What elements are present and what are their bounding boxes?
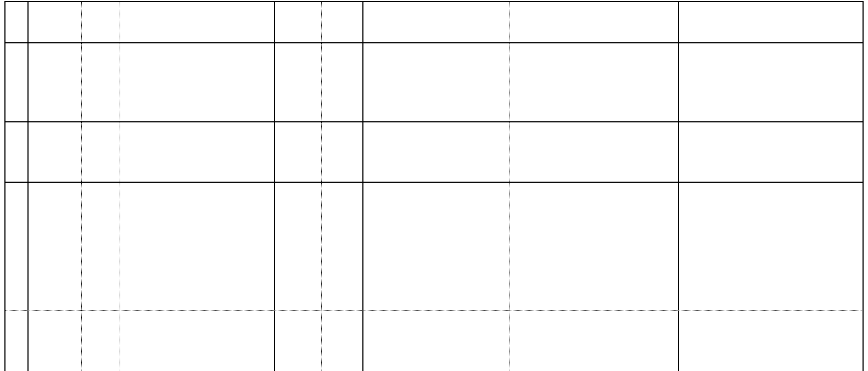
table-cell [679, 311, 864, 371]
table-cell [322, 183, 363, 310]
table-cell [29, 311, 82, 371]
table-cell [275, 43, 322, 121]
table-cell [509, 183, 680, 310]
table-cell [82, 311, 120, 371]
table-row [5, 43, 864, 122]
table-cell [509, 43, 680, 121]
table-cell [5, 2, 29, 42]
table-row [5, 122, 864, 183]
table-cell [322, 122, 363, 182]
table-cell [679, 183, 864, 310]
table-cell [5, 311, 29, 371]
table-cell [82, 122, 120, 182]
table-cell [322, 311, 363, 371]
table-cell [679, 122, 864, 182]
table-cell [82, 183, 120, 310]
table-cell [82, 2, 120, 42]
table-cell [363, 2, 509, 42]
table-cell [29, 122, 82, 182]
table-cell [275, 183, 322, 310]
table-row [5, 2, 864, 43]
table-cell [509, 122, 680, 182]
table-cell [82, 43, 120, 121]
table-row [5, 311, 864, 371]
table-cell [120, 43, 276, 121]
table-cell [509, 2, 680, 42]
table-cell [363, 43, 509, 121]
table-cell [120, 2, 276, 42]
table-cell [509, 311, 680, 371]
table-cell [679, 2, 864, 42]
table-cell [5, 183, 29, 310]
table-cell [120, 311, 276, 371]
table-cell [363, 311, 509, 371]
table-row [5, 183, 864, 311]
table-grid [4, 1, 864, 371]
table-cell [363, 122, 509, 182]
table-cell [29, 183, 82, 310]
table-cell [120, 122, 276, 182]
table-cell [322, 2, 363, 42]
table-cell [5, 122, 29, 182]
table-cell [275, 2, 322, 42]
table-cell [120, 183, 276, 310]
table-cell [275, 122, 322, 182]
table-cell [5, 43, 29, 121]
table-cell [363, 183, 509, 310]
table-cell [275, 311, 322, 371]
table-cell [322, 43, 363, 121]
table-cell [29, 43, 82, 121]
table-cell [29, 2, 82, 42]
table-cell [679, 43, 864, 121]
